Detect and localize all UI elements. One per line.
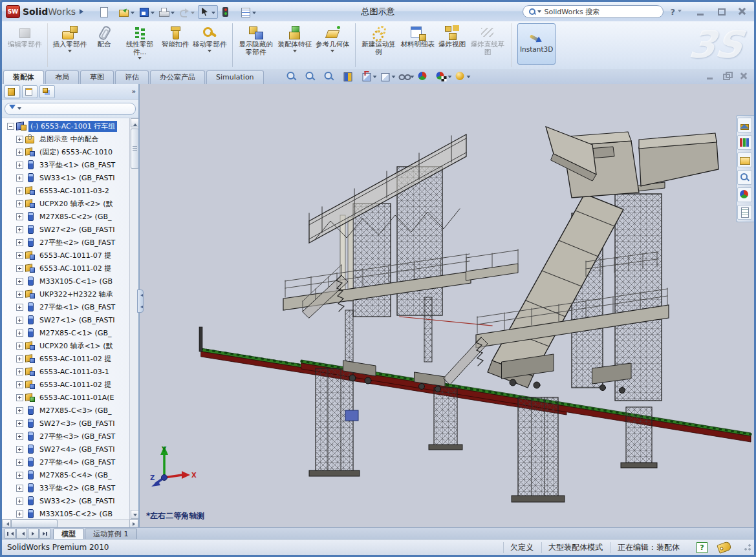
smart-fasteners-button[interactable]: 智能扣件	[160, 23, 191, 67]
command-tab[interactable]: 装配体	[3, 70, 44, 84]
expand-toggle-icon[interactable]	[16, 213, 23, 220]
tree-item[interactable]: M27X85-C<4> (GB_	[12, 468, 138, 481]
search-box[interactable]: SolidWorks 搜索	[523, 5, 664, 18]
expand-toggle-icon[interactable]	[16, 510, 23, 518]
tree-item[interactable]: M27X85-C<2> (GB_	[12, 210, 138, 223]
view-toolbar-button[interactable]	[304, 70, 321, 82]
tree-item[interactable]: SW27<2> (GB_FASTI	[12, 223, 138, 236]
doc-close-button[interactable]	[739, 72, 749, 80]
tree-item[interactable]: 33平垫<2> (GB_FAST	[12, 481, 138, 494]
expand-panel-button[interactable]: »	[132, 88, 136, 95]
assembly-features-button[interactable]: 装配体特征	[276, 23, 314, 67]
minimize-button[interactable]	[692, 6, 709, 17]
save-button[interactable]	[138, 6, 157, 18]
doc-minimize-button[interactable]	[705, 72, 715, 80]
expand-toggle-icon[interactable]	[16, 304, 23, 311]
tree-item[interactable]: M33X105-C<1> (GB	[12, 275, 138, 288]
next-tab-button[interactable]	[28, 529, 39, 539]
file-explorer-tab-icon[interactable]	[737, 152, 752, 167]
expand-toggle-icon[interactable]	[16, 433, 23, 440]
tree-item[interactable]: 6553-AC-1011-03-2	[12, 184, 138, 197]
panel-splitter-handle[interactable]	[137, 289, 144, 313]
tree-item[interactable]: 33平垫<1> (GB_FAST	[12, 158, 138, 171]
doc-restore-button[interactable]	[722, 72, 732, 80]
expand-toggle-icon[interactable]	[16, 291, 23, 298]
tree-item[interactable]: SW33<1> (GB_FASTI	[12, 171, 138, 184]
tree-item[interactable]: (固定) 6553-AC-1010	[12, 145, 138, 158]
expand-toggle-icon[interactable]	[16, 265, 23, 272]
study-tab[interactable]: 模型	[53, 529, 84, 540]
maximize-button[interactable]	[713, 6, 729, 17]
options-button[interactable]	[239, 6, 258, 18]
expand-toggle-icon[interactable]	[16, 446, 23, 453]
edit-component-button[interactable]: 编辑零部件	[6, 23, 48, 67]
resize-grip-icon[interactable]	[744, 543, 751, 551]
expand-toggle-icon[interactable]	[16, 252, 23, 259]
expand-toggle-icon[interactable]	[16, 485, 23, 492]
scroll-up-button[interactable]	[131, 118, 138, 127]
tags-icon[interactable]	[717, 541, 732, 554]
graphics-viewport[interactable]: Y X Z *左右二等角轴测	[140, 84, 754, 528]
reference-geometry-button[interactable]: 参考几何体	[314, 23, 356, 67]
linear-pattern-button[interactable]: 线性零部件...	[120, 23, 160, 67]
expand-toggle-icon[interactable]	[16, 368, 23, 375]
help-button[interactable]: ?	[670, 7, 675, 17]
new-document-button[interactable]	[98, 6, 116, 18]
expand-toggle-icon[interactable]	[16, 381, 23, 388]
command-tab[interactable]: Simulation	[206, 70, 264, 84]
configurationmanager-tab-icon[interactable]	[39, 85, 55, 98]
design-library-tab-icon[interactable]	[737, 135, 752, 150]
show-hidden-button[interactable]: 显示隐藏的零部件	[236, 23, 276, 67]
menu-expand-arrow-icon[interactable]	[80, 9, 86, 14]
tree-vertical-scrollbar[interactable]	[129, 118, 138, 519]
study-tab[interactable]: 运动算例 1	[85, 529, 137, 540]
view-toolbar-button[interactable]	[416, 70, 433, 82]
expand-toggle-icon[interactable]	[16, 174, 23, 182]
view-toolbar-button[interactable]	[285, 70, 302, 82]
resources-tab-icon[interactable]	[737, 118, 752, 132]
view-toolbar-button[interactable]	[398, 70, 415, 82]
print-button[interactable]	[158, 6, 177, 18]
expand-toggle-icon[interactable]	[16, 149, 23, 156]
tree-item[interactable]: 6553-AC-1011-02 提	[12, 352, 138, 365]
new-motion-study-button[interactable]: 新建运动算例	[359, 23, 399, 67]
tree-item[interactable]: UCPX20 轴承<2> (默	[12, 197, 138, 210]
filter-dropdown-icon[interactable]	[17, 107, 21, 112]
scroll-thumb[interactable]	[131, 129, 138, 169]
expand-toggle-icon[interactable]	[7, 123, 14, 130]
tree-horizontal-scrollbar[interactable]	[2, 519, 138, 528]
instant3d-button[interactable]: Instant3D	[517, 23, 556, 65]
tree-item[interactable]: SW27<3> (GB_FASTI	[12, 417, 138, 430]
move-component-button[interactable]: 移动零部件	[191, 23, 233, 67]
expand-toggle-icon[interactable]	[16, 407, 23, 414]
tree-item[interactable]: M33X105-C<2> (GB	[12, 507, 138, 519]
open-button[interactable]	[118, 6, 136, 18]
view-toolbar-button[interactable]	[435, 70, 452, 82]
tree-item[interactable]: M27X85-C<3> (GB_	[12, 404, 138, 417]
expand-toggle-icon[interactable]	[16, 342, 23, 350]
previous-tab-button[interactable]	[16, 529, 27, 539]
tree-item[interactable]: SW27<1> (GB_FASTI	[12, 313, 138, 326]
tree-item[interactable]: UKP322+H2322 轴承	[12, 288, 138, 300]
tree-item[interactable]: SW27<4> (GB_FASTI	[12, 443, 138, 456]
help-dropdown-icon[interactable]	[678, 10, 682, 14]
insert-components-button[interactable]: 插入零部件	[51, 23, 89, 67]
select-tool-button[interactable]	[198, 5, 218, 19]
command-tab[interactable]: 办公室产品	[150, 70, 205, 84]
bill-of-materials-button[interactable]: 材料明细表	[399, 23, 437, 67]
expand-toggle-icon[interactable]	[16, 317, 23, 324]
expand-toggle-icon[interactable]	[16, 136, 23, 143]
tree-item[interactable]: M27X85-C<1> (GB_	[12, 326, 138, 339]
exploded-view-button[interactable]: 爆炸视图	[437, 23, 468, 67]
properties-tab-icon[interactable]	[737, 205, 752, 220]
expand-toggle-icon[interactable]	[16, 498, 23, 505]
close-button[interactable]	[733, 6, 750, 17]
tree-item[interactable]: 27平垫<3> (GB_FAST	[12, 430, 138, 443]
expand-toggle-icon[interactable]	[16, 239, 23, 246]
tree-item[interactable]: 6553-AC-1011-01A(E	[12, 391, 138, 404]
command-tab[interactable]: 评估	[115, 70, 149, 84]
last-tab-button[interactable]	[39, 529, 50, 539]
view-toolbar-button[interactable]	[341, 70, 358, 82]
undo-button[interactable]	[178, 6, 197, 18]
mate-button[interactable]: 配合	[89, 23, 120, 67]
